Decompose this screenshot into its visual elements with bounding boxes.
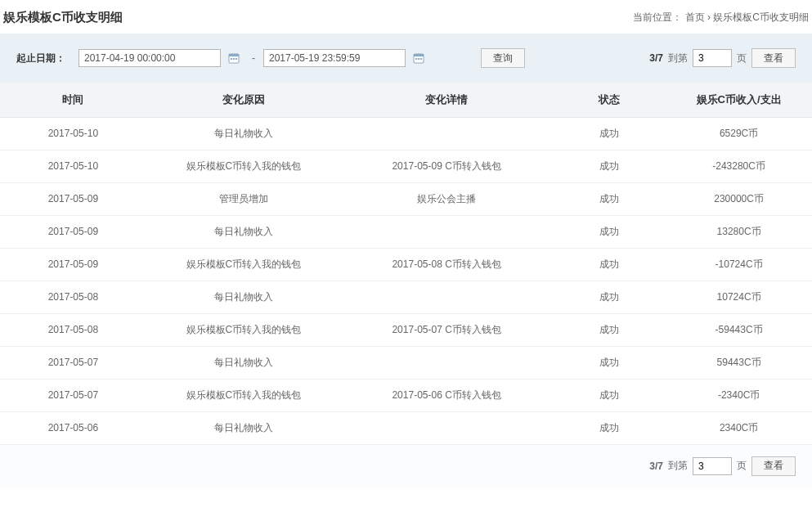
view-button[interactable]: 查看 — [751, 456, 796, 476]
svg-rect-3 — [233, 58, 235, 60]
col-header-status: 状态 — [552, 83, 666, 117]
breadcrumb: 当前位置： 首页 › 娱乐模板C币收支明细 — [633, 11, 809, 25]
col-header-amount: 娱乐C币收入/支出 — [666, 83, 812, 117]
cell-status: 成功 — [552, 313, 666, 346]
cell-status: 成功 — [552, 346, 666, 379]
cell-amount: -59443C币 — [666, 313, 812, 346]
breadcrumb-label: 当前位置： — [633, 11, 682, 23]
table-row: 2017-05-08娱乐模板C币转入我的钱包2017-05-07 C币转入钱包成… — [0, 313, 812, 346]
start-date-input[interactable] — [79, 49, 221, 67]
table-row: 2017-05-08每日礼物收入成功10724C币 — [0, 281, 812, 313]
cell-amount: 10724C币 — [666, 281, 812, 313]
cell-reason: 娱乐模板C币转入我的钱包 — [146, 313, 341, 346]
page-title: 娱乐模板C币收支明细 — [3, 10, 123, 25]
cell-detail: 2017-05-07 C币转入钱包 — [341, 313, 552, 346]
table-row: 2017-05-06每日礼物收入成功2340C币 — [0, 411, 812, 444]
page-unit-label: 页 — [737, 459, 747, 473]
cell-reason: 每日礼物收入 — [146, 281, 341, 313]
cell-detail: 2017-05-06 C币转入钱包 — [341, 379, 552, 411]
cell-status: 成功 — [552, 411, 666, 444]
calendar-icon[interactable] — [227, 52, 240, 65]
breadcrumb-current: 娱乐模板C币收支明细 — [713, 11, 809, 23]
cell-time: 2017-05-09 — [0, 182, 146, 215]
cell-time: 2017-05-06 — [0, 411, 146, 444]
page-number-input[interactable] — [693, 457, 732, 475]
cell-time: 2017-05-07 — [0, 379, 146, 411]
svg-rect-8 — [418, 58, 419, 60]
cell-detail — [341, 411, 552, 444]
svg-rect-2 — [231, 58, 232, 60]
cell-amount: 230000C币 — [666, 182, 812, 215]
transactions-table: 时间 变化原因 变化详情 状态 娱乐C币收入/支出 2017-05-10每日礼物… — [0, 83, 812, 445]
cell-time: 2017-05-09 — [0, 248, 146, 281]
cell-time: 2017-05-07 — [0, 346, 146, 379]
cell-status: 成功 — [552, 248, 666, 281]
cell-detail: 娱乐公会主播 — [341, 182, 552, 215]
table-row: 2017-05-09管理员增加娱乐公会主播成功230000C币 — [0, 182, 812, 215]
table-header-row: 时间 变化原因 变化详情 状态 娱乐C币收入/支出 — [0, 83, 812, 117]
view-button[interactable]: 查看 — [751, 48, 796, 68]
pager-bottom: 3/7 到第 页 查看 — [0, 445, 812, 487]
cell-status: 成功 — [552, 182, 666, 215]
pager-top: 3/7 到第 页 查看 — [649, 48, 796, 68]
cell-time: 2017-05-08 — [0, 281, 146, 313]
cell-status: 成功 — [552, 281, 666, 313]
cell-amount: 6529C币 — [666, 117, 812, 150]
cell-status: 成功 — [552, 379, 666, 411]
page-unit-label: 页 — [737, 52, 747, 65]
col-header-detail: 变化详情 — [341, 83, 552, 117]
query-button[interactable]: 查询 — [481, 48, 525, 68]
page-number-input[interactable] — [693, 49, 732, 67]
page-header: 娱乐模板C币收支明细 当前位置： 首页 › 娱乐模板C币收支明细 — [0, 0, 812, 34]
svg-rect-4 — [236, 58, 237, 60]
cell-time: 2017-05-10 — [0, 150, 146, 182]
cell-amount: 59443C币 — [666, 346, 812, 379]
cell-reason: 每日礼物收入 — [146, 411, 341, 444]
table-row: 2017-05-09娱乐模板C币转入我的钱包2017-05-08 C币转入钱包成… — [0, 248, 812, 281]
table-row: 2017-05-07每日礼物收入成功59443C币 — [0, 346, 812, 379]
cell-reason: 每日礼物收入 — [146, 117, 341, 150]
cell-time: 2017-05-09 — [0, 215, 146, 248]
cell-time: 2017-05-10 — [0, 117, 146, 150]
cell-detail: 2017-05-09 C币转入钱包 — [341, 150, 552, 182]
page-position: 3/7 — [649, 460, 663, 472]
cell-amount: -10724C币 — [666, 248, 812, 281]
cell-reason: 管理员增加 — [146, 182, 341, 215]
calendar-icon[interactable] — [412, 52, 425, 65]
filter-bar: 起止日期： - 查询 3/7 到第 页 查看 — [0, 34, 812, 83]
table-row: 2017-05-10娱乐模板C币转入我的钱包2017-05-09 C币转入钱包成… — [0, 150, 812, 182]
cell-reason: 娱乐模板C币转入我的钱包 — [146, 248, 341, 281]
col-header-time: 时间 — [0, 83, 146, 117]
svg-rect-1 — [229, 54, 239, 56]
table-row: 2017-05-10每日礼物收入成功6529C币 — [0, 117, 812, 150]
cell-detail — [341, 346, 552, 379]
cell-status: 成功 — [552, 150, 666, 182]
cell-detail — [341, 281, 552, 313]
page-position: 3/7 — [649, 52, 663, 64]
cell-amount: 2340C币 — [666, 411, 812, 444]
svg-rect-9 — [420, 58, 422, 60]
cell-time: 2017-05-08 — [0, 313, 146, 346]
cell-status: 成功 — [552, 117, 666, 150]
breadcrumb-home-link[interactable]: 首页 — [685, 11, 705, 23]
date-dash: - — [252, 52, 255, 64]
date-range-label: 起止日期： — [16, 52, 65, 65]
cell-detail — [341, 215, 552, 248]
page-to-label: 到第 — [668, 52, 688, 65]
cell-detail — [341, 117, 552, 150]
cell-reason: 每日礼物收入 — [146, 215, 341, 248]
table-row: 2017-05-09每日礼物收入成功13280C币 — [0, 215, 812, 248]
col-header-reason: 变化原因 — [146, 83, 341, 117]
svg-rect-6 — [414, 54, 424, 56]
page-to-label: 到第 — [668, 459, 688, 473]
end-date-input[interactable] — [263, 49, 406, 67]
cell-amount: -2340C币 — [666, 379, 812, 411]
svg-rect-7 — [415, 58, 417, 60]
table-row: 2017-05-07娱乐模板C币转入我的钱包2017-05-06 C币转入钱包成… — [0, 379, 812, 411]
cell-amount: -243280C币 — [666, 150, 812, 182]
cell-reason: 娱乐模板C币转入我的钱包 — [146, 379, 341, 411]
cell-detail: 2017-05-08 C币转入钱包 — [341, 248, 552, 281]
cell-status: 成功 — [552, 215, 666, 248]
cell-reason: 每日礼物收入 — [146, 346, 341, 379]
cell-amount: 13280C币 — [666, 215, 812, 248]
